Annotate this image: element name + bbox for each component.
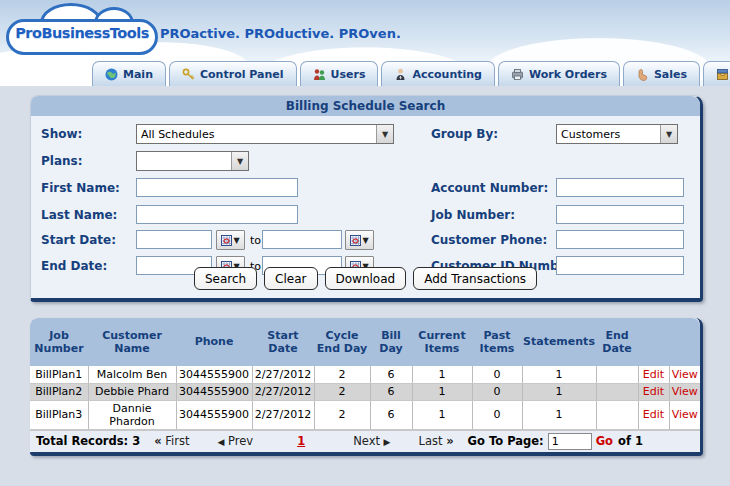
plans-label: Plans: [41,154,83,168]
calendar-icon [221,235,232,246]
cell-cycle-end-day: 2 [314,400,370,429]
billing-schedule-search-panel: Billing Schedule Search Show: All Schedu… [30,95,703,302]
prev-page-button[interactable]: ◀ Prev [217,434,253,448]
customer-phone-label: Customer Phone: [431,233,547,247]
search-actions: Search Clear Download Add Transactions [31,267,700,290]
job-number-input[interactable] [556,205,684,224]
job-number-label: Job Number: [431,208,515,222]
plans-select[interactable]: ▼ [136,151,249,171]
view-link[interactable]: View [669,366,700,383]
view-link[interactable]: View [669,383,700,400]
probusinesstools-logo[interactable]: ProBusinessTools [6,3,158,55]
cell-current-items: 1 [412,366,472,383]
tab-users[interactable]: Users [300,61,379,86]
start-date-from-input[interactable] [136,230,212,249]
chevron-down-icon: ▼ [660,125,677,143]
last-page-button[interactable]: Last » [419,434,454,448]
go-to-page-label: Go To Page: [468,434,544,448]
box-icon [716,68,729,81]
group-by-select-value: Customers [557,128,660,141]
download-button[interactable]: Download [325,267,407,290]
go-button[interactable]: Go [596,434,613,448]
col-past-items: Past Items [472,318,522,366]
chevron-right-icon: ▶ [384,437,391,447]
cell-bill-day: 6 [370,366,412,383]
globe-icon [105,68,118,81]
cell-past-items: 0 [472,400,522,429]
account-number-input[interactable] [556,178,684,197]
current-page-link[interactable]: 1 [297,434,305,448]
cell-job-number: BillPlan1 [30,366,88,383]
last-name-input[interactable] [136,205,298,224]
tab-work-orders[interactable]: Work Orders [498,61,620,86]
table-row: BillPlan2 Debbie Phard 3044555900 2/27/2… [30,383,700,400]
table-header-row: Job Number Customer Name Phone Start Dat… [30,318,700,366]
chevron-left-icon: ◀ [217,437,224,447]
cell-phone: 3044555900 [176,383,252,400]
first-name-input[interactable] [136,178,298,197]
cell-end-date [596,366,638,383]
tab-sales[interactable]: Sales [623,61,700,86]
search-button[interactable]: Search [194,267,257,290]
site-header: ProBusinessTools PROactive. PROductive. … [0,0,730,86]
main-navigation: Main Control Panel Users Accounting [92,60,730,86]
start-date-from-calendar-button[interactable]: ▼ [216,230,245,250]
edit-link[interactable]: Edit [638,400,669,429]
total-records-label: Total Records: [36,434,128,448]
cell-customer-name: Dannie Phardon [88,400,176,429]
group-by-select[interactable]: Customers ▼ [556,124,678,144]
next-page-button[interactable]: Next ▶ [353,434,390,448]
show-select[interactable]: All Schedules ▼ [136,124,394,144]
start-date-label: Start Date: [41,233,116,247]
tab-accounting[interactable]: Accounting [381,61,495,86]
cell-end-date [596,383,638,400]
calendar-icon [350,235,361,246]
cell-start-date: 2/27/2012 [252,400,314,429]
edit-link[interactable]: Edit [638,383,669,400]
tab-label: Sales [654,68,687,81]
cell-job-number: BillPlan2 [30,383,88,400]
billing-schedules-table: Job Number Customer Name Phone Start Dat… [30,318,700,430]
search-form: Show: All Schedules ▼ Plans: ▼ First Nam… [31,116,700,301]
tab-label: Work Orders [529,68,607,81]
cell-current-items: 1 [412,400,472,429]
col-job-number: Job Number [30,318,88,366]
cell-cycle-end-day: 2 [314,366,370,383]
tab-label: Main [123,68,153,81]
add-transactions-button[interactable]: Add Transactions [413,267,537,290]
cell-end-date [596,400,638,429]
cell-past-items: 0 [472,366,522,383]
start-date-to-input[interactable] [262,230,342,249]
customer-phone-input[interactable] [556,230,684,249]
col-view [669,318,700,366]
start-date-to-calendar-button[interactable]: ▼ [345,230,374,250]
cell-bill-day: 6 [370,383,412,400]
group-by-label: Group By: [431,127,498,141]
view-link[interactable]: View [669,400,700,429]
chevron-down-icon: ▼ [362,236,368,245]
tab-label: Accounting [412,68,482,81]
go-to-page-input[interactable] [548,433,592,450]
cell-start-date: 2/27/2012 [252,366,314,383]
tab-main[interactable]: Main [92,61,166,86]
col-edit [638,318,669,366]
of-pages-label: of 1 [618,434,643,448]
chevron-down-icon: ▼ [231,152,248,170]
tab-label: Control Panel [200,68,284,81]
chevron-down-icon: ▼ [233,236,239,245]
edit-link[interactable]: Edit [638,366,669,383]
total-records-value: 3 [132,434,140,448]
first-page-button[interactable]: « First [154,434,189,448]
chevron-down-icon: ▼ [376,125,393,143]
tab-control-panel[interactable]: Control Panel [169,61,297,86]
col-bill-day: Bill Day [370,318,412,366]
cell-job-number: BillPlan3 [30,400,88,429]
cell-current-items: 1 [412,383,472,400]
hand-icon [636,68,649,81]
col-start-date: Start Date [252,318,314,366]
tab-inventory[interactable]: Inventory [703,61,730,86]
panel-title: Billing Schedule Search [31,96,700,116]
clear-button[interactable]: Clear [264,267,317,290]
logo-text: ProBusinessTools [6,25,158,41]
users-icon [313,68,326,81]
